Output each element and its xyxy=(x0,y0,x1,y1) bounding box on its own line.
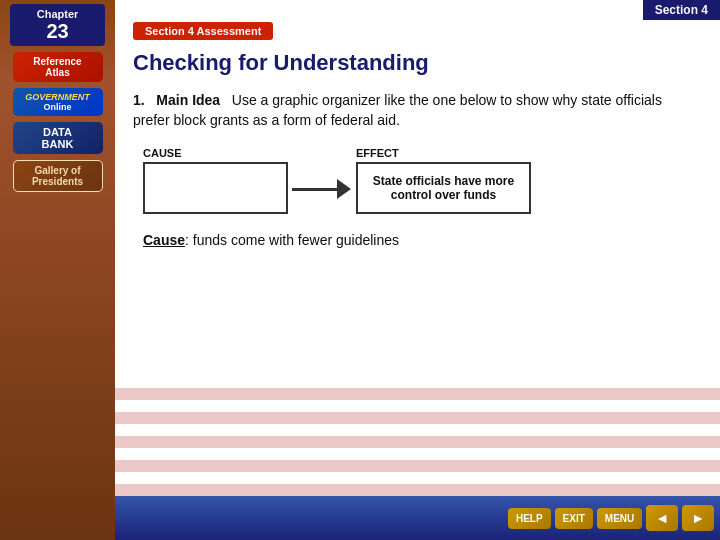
reference-atlas-label: ReferenceAtlas xyxy=(33,56,81,78)
online-label: Online xyxy=(43,102,71,112)
arrow-line xyxy=(292,188,337,191)
arrow-head xyxy=(337,179,351,199)
data-bank-label: DATABANK xyxy=(42,126,74,150)
cause-box-wrapper: CAUSE xyxy=(143,147,288,214)
bottom-nav: HELP EXIT MENU ◄ ► xyxy=(115,496,720,540)
cause-label: CAUSE xyxy=(143,147,288,159)
chapter-label: Chapter xyxy=(16,8,99,20)
item-number: 1. xyxy=(133,92,145,108)
cause-answer-text: : funds come with fewer guidelines xyxy=(185,232,399,248)
diagram-area: CAUSE EFFECT State officials have more c… xyxy=(143,147,696,214)
help-button[interactable]: HELP xyxy=(508,508,551,529)
forward-button[interactable]: ► xyxy=(682,505,714,531)
effect-box: State officials have more control over f… xyxy=(356,162,531,214)
assessment-banner: Section 4 Assessment xyxy=(133,22,273,40)
exit-button[interactable]: EXIT xyxy=(555,508,593,529)
effect-label: EFFECT xyxy=(356,147,531,159)
data-bank-button[interactable]: DATABANK xyxy=(13,122,103,154)
sidebar: Chapter 23 ReferenceAtlas GOVERNMENT Onl… xyxy=(0,0,115,540)
main-content: Section 4 Section 4 Assessment Checking … xyxy=(115,0,720,540)
arrow xyxy=(292,179,352,199)
cause-box xyxy=(143,162,288,214)
gallery-label: Gallery ofPresidents xyxy=(32,165,83,187)
reference-atlas-button[interactable]: ReferenceAtlas xyxy=(13,52,103,82)
government-label: GOVERNMENT xyxy=(25,92,90,102)
flag-decoration xyxy=(115,376,720,496)
chapter-number: 23 xyxy=(16,20,99,42)
content-body: Section 4 Assessment Checking for Unders… xyxy=(115,0,720,264)
gallery-button[interactable]: Gallery ofPresidents xyxy=(13,160,103,192)
page-wrapper: Chapter 23 ReferenceAtlas GOVERNMENT Onl… xyxy=(0,0,720,540)
main-idea-section: 1. Main Idea Use a graphic organizer lik… xyxy=(133,90,696,131)
effect-text: State officials have more control over f… xyxy=(362,174,525,202)
chapter-box: Chapter 23 xyxy=(10,4,105,46)
effect-box-wrapper: EFFECT State officials have more control… xyxy=(356,147,531,214)
page-title: Checking for Understanding xyxy=(133,50,696,76)
section-label: Section 4 xyxy=(643,0,720,20)
government-online-button[interactable]: GOVERNMENT Online xyxy=(13,88,103,116)
cause-answer-prefix: Cause xyxy=(143,232,185,248)
cause-answer: Cause: funds come with fewer guidelines xyxy=(143,232,696,248)
menu-button[interactable]: MENU xyxy=(597,508,642,529)
back-button[interactable]: ◄ xyxy=(646,505,678,531)
main-idea-bold-label: Main Idea xyxy=(156,92,220,108)
